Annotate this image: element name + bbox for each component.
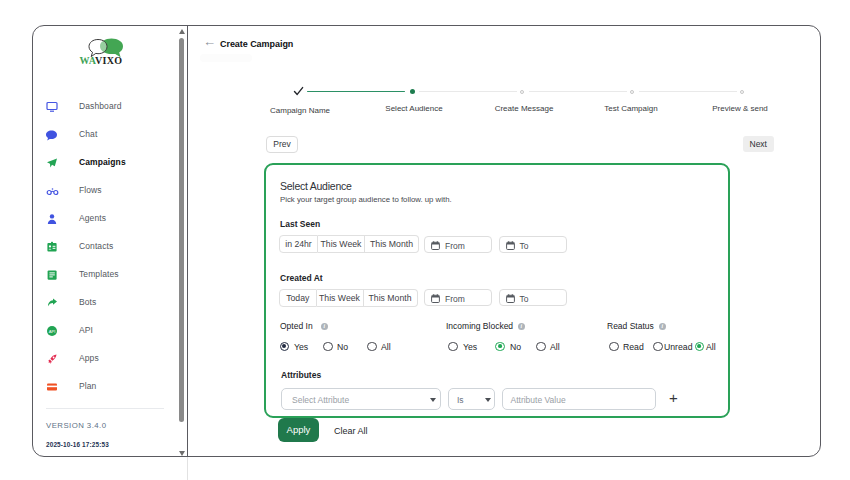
- svg-text:API: API: [49, 328, 56, 333]
